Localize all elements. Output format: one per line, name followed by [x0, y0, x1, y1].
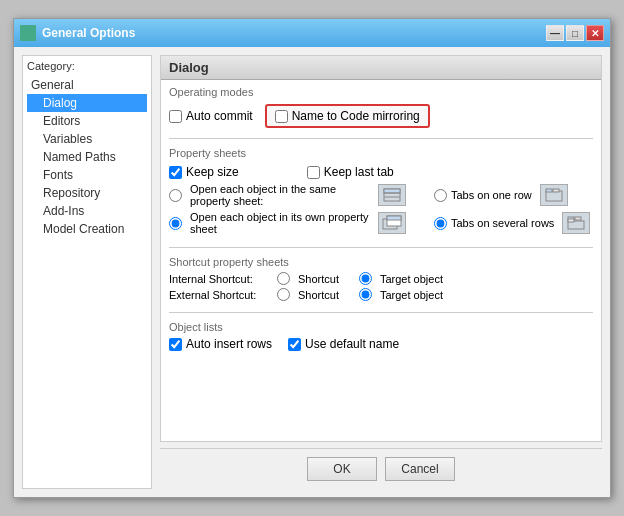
external-shortcut-option: Shortcut — [298, 289, 339, 301]
sidebar-item-named-paths[interactable]: Named Paths — [27, 148, 147, 166]
shortcut-section: Shortcut property sheets Internal Shortc… — [161, 252, 601, 308]
external-target-radio[interactable] — [359, 288, 372, 301]
external-shortcut-label: External Shortcut: — [169, 289, 269, 301]
window-title: General Options — [42, 26, 135, 40]
svg-rect-5 — [546, 189, 552, 192]
open-own-sheet-radio[interactable] — [169, 217, 182, 230]
property-sheets-title: Property sheets — [169, 147, 593, 159]
panel-body: Dialog Operating modes Auto commit Name … — [160, 55, 602, 442]
sidebar-item-dialog[interactable]: Dialog — [27, 94, 147, 112]
external-shortcut-row: External Shortcut: Shortcut Target objec… — [169, 288, 593, 301]
keep-last-tab-checkbox-row: Keep last tab — [307, 165, 394, 179]
panel-title: Dialog — [161, 56, 601, 80]
svg-rect-1 — [384, 189, 400, 193]
auto-insert-rows-label: Auto insert rows — [186, 337, 272, 351]
close-button[interactable]: ✕ — [586, 25, 604, 41]
category-sidebar: Category: General Dialog Editors Variabl… — [22, 55, 152, 489]
operating-modes-section: Operating modes Auto commit Name to Code… — [161, 80, 601, 134]
tabs-several-rows-icon — [562, 212, 590, 234]
separator-2 — [169, 247, 593, 248]
keep-size-label: Keep size — [186, 165, 239, 179]
sidebar-item-repository[interactable]: Repository — [27, 184, 147, 202]
sidebar-item-variables[interactable]: Variables — [27, 130, 147, 148]
sidebar-item-fonts[interactable]: Fonts — [27, 166, 147, 184]
internal-shortcut-label: Internal Shortcut: — [169, 273, 269, 285]
open-own-sheet-label: Open each object in its own property she… — [190, 211, 370, 235]
auto-insert-rows-checkbox[interactable] — [169, 338, 182, 351]
svg-rect-9 — [387, 216, 401, 220]
separator-1 — [169, 138, 593, 139]
titlebar-controls: — □ ✕ — [546, 25, 604, 41]
tabs-one-row-label: Tabs on one row — [451, 189, 532, 201]
general-options-window: General Options — □ ✕ Category: General … — [13, 18, 611, 498]
same-sheet-icon — [378, 184, 406, 206]
minimize-button[interactable]: — — [546, 25, 564, 41]
titlebar: General Options — □ ✕ — [14, 19, 610, 47]
operating-modes-title: Operating modes — [169, 86, 593, 98]
sidebar-item-add-ins[interactable]: Add-Ins — [27, 202, 147, 220]
open-same-sheet-radio[interactable] — [169, 189, 182, 202]
ok-button[interactable]: OK — [307, 457, 377, 481]
name-to-code-box: Name to Code mirroring — [265, 104, 430, 128]
sidebar-item-model-creation[interactable]: Model Creation — [27, 220, 147, 238]
name-to-code-label: Name to Code mirroring — [292, 109, 420, 123]
use-default-name-label: Use default name — [305, 337, 399, 351]
object-lists-title: Object lists — [169, 321, 593, 333]
keep-last-tab-label: Keep last tab — [324, 165, 394, 179]
internal-shortcut-option: Shortcut — [298, 273, 339, 285]
dialog-footer: OK Cancel — [160, 448, 602, 489]
own-sheet-icon — [378, 212, 406, 234]
external-shortcut-radio[interactable] — [277, 288, 290, 301]
use-default-name-checkbox[interactable] — [288, 338, 301, 351]
keep-size-row: Keep size Keep last tab — [169, 165, 593, 179]
svg-rect-13 — [568, 219, 574, 222]
svg-rect-6 — [553, 189, 559, 192]
open-own-sheet-row: Open each object in its own property she… — [169, 211, 593, 235]
tabs-several-rows-group: Tabs on several rows — [434, 217, 554, 230]
internal-shortcut-row: Internal Shortcut: Shortcut Target objec… — [169, 272, 593, 285]
main-panel: Dialog Operating modes Auto commit Name … — [160, 55, 602, 489]
internal-target-label: Target object — [380, 273, 443, 285]
tabs-several-rows-label: Tabs on several rows — [451, 217, 554, 229]
tabs-one-row-row: Tabs on one row — [434, 189, 532, 202]
use-default-name-row: Use default name — [288, 337, 399, 351]
external-target-label: Target object — [380, 289, 443, 301]
dialog-content: Category: General Dialog Editors Variabl… — [14, 47, 610, 497]
keep-size-checkbox-row: Keep size — [169, 165, 239, 179]
sidebar-item-editors[interactable]: Editors — [27, 112, 147, 130]
maximize-button[interactable]: □ — [566, 25, 584, 41]
operating-modes-row: Auto commit Name to Code mirroring — [169, 104, 593, 128]
name-to-code-checkbox[interactable] — [275, 110, 288, 123]
auto-insert-rows-row: Auto insert rows — [169, 337, 272, 351]
auto-commit-checkbox[interactable] — [169, 110, 182, 123]
open-same-sheet-row: Open each object in the same property sh… — [169, 183, 593, 207]
object-lists-row: Auto insert rows Use default name — [169, 337, 593, 351]
tabs-several-rows-radio[interactable] — [434, 217, 447, 230]
property-sheets-section: Property sheets Keep size Keep last tab — [161, 143, 601, 243]
shortcut-title: Shortcut property sheets — [169, 256, 593, 268]
separator-3 — [169, 312, 593, 313]
auto-commit-label: Auto commit — [186, 109, 253, 123]
cancel-button[interactable]: Cancel — [385, 457, 455, 481]
auto-commit-row: Auto commit — [169, 109, 253, 123]
tabs-one-row-radio[interactable] — [434, 189, 447, 202]
internal-shortcut-radio[interactable] — [277, 272, 290, 285]
category-label: Category: — [27, 60, 147, 72]
open-same-sheet-label: Open each object in the same property sh… — [190, 183, 370, 207]
sidebar-item-general[interactable]: General — [27, 76, 147, 94]
tabs-one-row-icon — [540, 184, 568, 206]
svg-rect-12 — [575, 217, 581, 220]
keep-size-checkbox[interactable] — [169, 166, 182, 179]
window-icon — [20, 25, 36, 41]
tabs-several-rows-row: Tabs on several rows — [434, 217, 554, 230]
internal-target-radio[interactable] — [359, 272, 372, 285]
tabs-one-row-group: Tabs on one row — [434, 189, 532, 202]
object-lists-section: Object lists Auto insert rows Use defaul… — [161, 317, 601, 355]
keep-last-tab-checkbox[interactable] — [307, 166, 320, 179]
